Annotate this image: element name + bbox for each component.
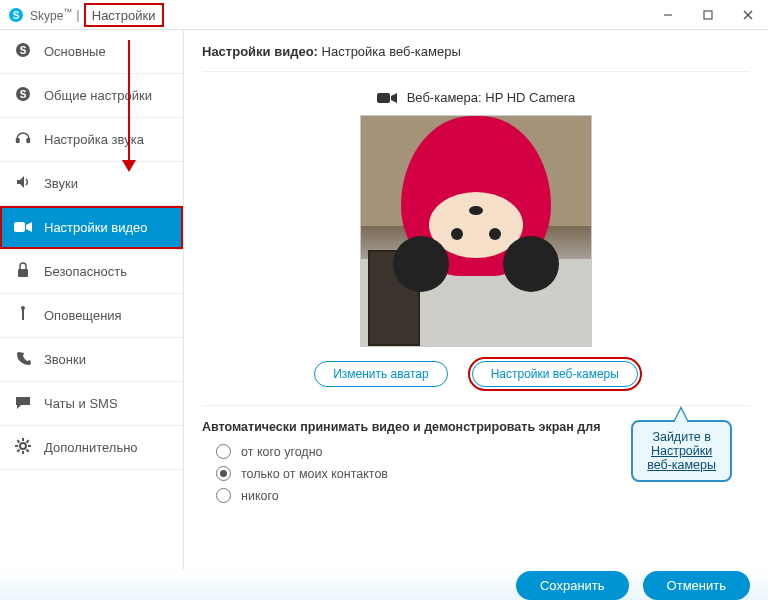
sidebar-item-chats-sms[interactable]: Чаты и SMS xyxy=(0,382,183,426)
window-controls xyxy=(648,0,768,30)
gear-icon xyxy=(14,438,32,457)
sidebar-item-advanced[interactable]: Дополнительно xyxy=(0,426,183,470)
sidebar-item-label: Чаты и SMS xyxy=(44,396,118,411)
auto-receive-title: Автоматически принимать видео и демонстр… xyxy=(202,420,750,434)
window-maximize-button[interactable] xyxy=(688,0,728,30)
main: S Основные S Общие настройки Настройка з… xyxy=(0,30,768,570)
radio-label: только от моих контактов xyxy=(241,467,388,481)
phone-icon xyxy=(14,351,32,369)
close-icon xyxy=(743,10,753,20)
sidebar-item-general-settings[interactable]: S Общие настройки xyxy=(0,74,183,118)
notification-icon xyxy=(14,306,32,325)
lock-icon xyxy=(14,262,32,281)
webcam-buttons: Изменить аватар Настройки веб-камеры xyxy=(202,361,750,387)
video-icon xyxy=(14,220,32,236)
radio-icon xyxy=(216,444,231,459)
svg-rect-15 xyxy=(18,269,28,277)
title-section-highlight: Настройки xyxy=(84,3,164,27)
content-heading: Настройки видео: Настройка веб-камеры xyxy=(202,44,750,72)
window-minimize-button[interactable] xyxy=(648,0,688,30)
svg-rect-17 xyxy=(22,309,24,320)
svg-text:S: S xyxy=(20,89,27,100)
svg-rect-3 xyxy=(704,11,712,19)
footer: Сохранить Отменить xyxy=(0,570,768,600)
titlebar: S Skype™ | Настройки xyxy=(0,0,768,30)
svg-marker-28 xyxy=(391,93,397,103)
cancel-button[interactable]: Отменить xyxy=(643,571,750,600)
svg-line-25 xyxy=(17,450,19,452)
save-button[interactable]: Сохранить xyxy=(516,571,629,600)
sidebar-item-general[interactable]: S Основные xyxy=(0,30,183,74)
sidebar-item-label: Настройки видео xyxy=(44,220,148,235)
auto-receive-section: Автоматически принимать видео и демонстр… xyxy=(202,420,750,503)
title-separator: | xyxy=(76,7,79,22)
camera-icon xyxy=(377,92,397,104)
sidebar-item-sounds[interactable]: Звуки xyxy=(0,162,183,206)
sidebar-item-audio-settings[interactable]: Настройка звука xyxy=(0,118,183,162)
svg-rect-11 xyxy=(27,139,30,143)
svg-line-24 xyxy=(27,450,29,452)
webcam-section: Веб-камера: HP HD Camera Изменить аватар… xyxy=(202,90,750,406)
change-avatar-button[interactable]: Изменить аватар xyxy=(314,361,448,387)
sidebar-item-label: Звонки xyxy=(44,352,86,367)
svg-line-26 xyxy=(27,440,29,442)
sidebar-item-label: Настройка звука xyxy=(44,132,144,147)
sidebar-item-notifications[interactable]: Оповещения xyxy=(0,294,183,338)
window-close-button[interactable] xyxy=(728,0,768,30)
radio-label: никого xyxy=(241,489,279,503)
radio-anyone[interactable]: от кого угодно xyxy=(216,444,750,459)
maximize-icon xyxy=(703,10,713,20)
skype-small-icon: S xyxy=(14,42,32,61)
sidebar-item-label: Дополнительно xyxy=(44,440,138,455)
app-name: Skype™ xyxy=(30,7,72,23)
speaker-icon xyxy=(14,174,32,193)
sidebar-item-label: Общие настройки xyxy=(44,88,152,103)
chat-icon xyxy=(14,395,32,413)
svg-marker-14 xyxy=(26,222,32,232)
sidebar-item-security[interactable]: Безопасность xyxy=(0,250,183,294)
svg-rect-10 xyxy=(17,139,20,143)
radio-icon xyxy=(216,488,231,503)
minimize-icon xyxy=(663,10,673,20)
svg-text:S: S xyxy=(13,10,20,21)
radio-icon xyxy=(216,466,231,481)
skype-logo-icon: S xyxy=(8,7,24,23)
sidebar-item-label: Звуки xyxy=(44,176,78,191)
svg-line-23 xyxy=(17,440,19,442)
webcam-preview xyxy=(360,115,592,347)
svg-text:S: S xyxy=(20,45,27,56)
radio-nobody[interactable]: никого xyxy=(216,488,750,503)
sidebar-item-video-settings[interactable]: Настройки видео xyxy=(0,206,183,250)
radio-label: от кого угодно xyxy=(241,445,323,459)
webcam-label: Веб-камера: HP HD Camera xyxy=(377,90,576,105)
sidebar-item-label: Оповещения xyxy=(44,308,122,323)
skype-small-icon: S xyxy=(14,86,32,105)
radio-contacts-only[interactable]: только от моих контактов xyxy=(216,466,750,481)
sidebar-item-label: Безопасность xyxy=(44,264,127,279)
svg-rect-13 xyxy=(14,222,25,232)
sidebar: S Основные S Общие настройки Настройка з… xyxy=(0,30,184,570)
svg-point-18 xyxy=(20,443,26,449)
headset-icon xyxy=(14,130,32,149)
webcam-settings-button[interactable]: Настройки веб-камеры xyxy=(472,361,638,387)
sidebar-item-calls[interactable]: Звонки xyxy=(0,338,183,382)
content-area: Настройки видео: Настройка веб-камеры Ве… xyxy=(184,30,768,570)
svg-marker-12 xyxy=(17,176,24,188)
svg-rect-27 xyxy=(377,93,390,103)
sidebar-item-label: Основные xyxy=(44,44,106,59)
